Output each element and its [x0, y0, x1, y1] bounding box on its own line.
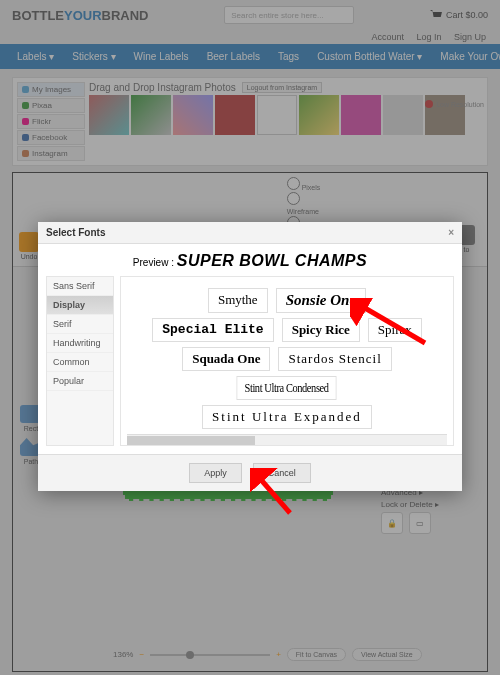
shape-label: Rect [24, 425, 38, 432]
tab-label: Pixaa [32, 101, 52, 110]
low-resolution-badge: Low Resolution [425, 100, 484, 108]
apply-button[interactable]: Apply [189, 463, 242, 483]
photo-thumb[interactable] [257, 95, 297, 135]
search-input[interactable]: Search entire store here... [224, 6, 354, 24]
zoom-slider[interactable] [150, 654, 270, 656]
photo-thumb[interactable] [383, 95, 423, 135]
font-squada-one[interactable]: Squada One [182, 347, 270, 371]
tab-facebook[interactable]: Facebook [17, 130, 85, 145]
logo-part1: BOTTLE [12, 8, 64, 23]
font-category-list: Sans Serif Display Serif Handwriting Com… [46, 276, 114, 446]
source-icon [22, 102, 29, 109]
cat-popular[interactable]: Popular [47, 372, 113, 391]
annotation-arrow-apply [250, 468, 300, 518]
select-fonts-modal: Select Fonts × Preview : SUPER BOWL CHAM… [38, 222, 462, 491]
delete-element-button[interactable]: ▭ [409, 512, 431, 534]
site-logo[interactable]: BOTTLEYOURBRAND [12, 8, 149, 23]
scrollbar-thumb[interactable] [127, 436, 255, 445]
tab-label: Facebook [32, 133, 67, 142]
radio-wireframe[interactable] [287, 192, 300, 205]
account-link[interactable]: Account [371, 32, 404, 42]
cat-handwriting[interactable]: Handwriting [47, 334, 113, 353]
source-icon [22, 118, 29, 125]
photo-thumb[interactable] [131, 95, 171, 135]
photo-thumb[interactable] [173, 95, 213, 135]
source-icon [22, 150, 29, 157]
lock-delete-toggle[interactable]: Lock or Delete ▸ [381, 500, 481, 509]
radio-pixels[interactable] [287, 177, 300, 190]
cart-link[interactable]: Cart $0.00 [430, 10, 488, 20]
source-icon [22, 134, 29, 141]
instagram-panel: My Images Pixaa Flickr Facebook Instagra… [12, 77, 488, 166]
tab-instagram[interactable]: Instagram [17, 146, 85, 161]
cat-display[interactable]: Display [47, 296, 113, 315]
preview-label: Preview : [133, 257, 174, 268]
font-smythe[interactable]: Smythe [208, 288, 268, 313]
view-actual-size-button[interactable]: View Actual Size [352, 648, 422, 661]
login-link[interactable]: Log In [416, 32, 441, 42]
modal-title: Select Fonts [46, 227, 105, 238]
nav-stickers[interactable]: Stickers ▾ [63, 44, 124, 69]
tab-label: Flickr [32, 117, 51, 126]
zoom-out-button[interactable]: − [139, 650, 144, 659]
horizontal-scrollbar[interactable] [127, 434, 447, 446]
photo-strip[interactable] [89, 95, 483, 135]
warning-icon [425, 100, 433, 108]
cart-label: Cart $0.00 [446, 10, 488, 20]
photo-thumb[interactable] [299, 95, 339, 135]
close-button[interactable]: × [448, 227, 454, 238]
lock-icon: 🔒 [387, 519, 397, 528]
svg-line-0 [358, 304, 425, 343]
font-stint-ultra-condensed[interactable]: Stint Ultra Condensed [237, 376, 337, 400]
tab-my-images[interactable]: My Images [17, 82, 85, 97]
nav-beer[interactable]: Beer Labels [198, 44, 269, 69]
photo-thumb[interactable] [341, 95, 381, 135]
main-nav: Labels ▾ Stickers ▾ Wine Labels Beer Lab… [0, 44, 500, 69]
folder-icon [22, 86, 29, 93]
radio-label: Pixels [302, 184, 321, 191]
shape-label: Path [24, 458, 38, 465]
nav-tags[interactable]: Tags [269, 44, 308, 69]
font-spicy-rice[interactable]: Spicy Rice [282, 318, 360, 342]
logo-part3: BRAND [102, 8, 149, 23]
photo-thumb[interactable] [215, 95, 255, 135]
font-stardos-stencil[interactable]: Stardos Stencil [278, 347, 391, 371]
tab-flickr[interactable]: Flickr [17, 114, 85, 129]
zoom-in-button[interactable]: + [276, 650, 281, 659]
nav-water[interactable]: Custom Bottled Water ▾ [308, 44, 431, 69]
svg-line-1 [256, 474, 290, 513]
tab-label: Instagram [32, 149, 68, 158]
tab-pixaa[interactable]: Pixaa [17, 98, 85, 113]
zoom-percent: 136% [113, 650, 133, 659]
nav-labels[interactable]: Labels ▾ [8, 44, 63, 69]
logout-instagram-button[interactable]: Logout from Instagram [242, 82, 322, 93]
preview-text: SUPER BOWL CHAMPS [177, 252, 367, 269]
font-stint-ultra-expanded[interactable]: Stint Ultra Expanded [202, 405, 372, 429]
cat-common[interactable]: Common [47, 353, 113, 372]
cat-sans-serif[interactable]: Sans Serif [47, 277, 113, 296]
radio-label: Wireframe [287, 208, 319, 215]
zoom-handle[interactable] [186, 651, 194, 659]
font-special-elite[interactable]: Special Elite [152, 318, 273, 342]
lock-button[interactable]: 🔒 [381, 512, 403, 534]
logo-part2: YOUR [64, 8, 102, 23]
signup-link[interactable]: Sign Up [454, 32, 486, 42]
nav-wine[interactable]: Wine Labels [125, 44, 198, 69]
cart-icon [430, 10, 442, 20]
instagram-title: Drag and Drop Instagram Photos [89, 82, 236, 93]
nav-make[interactable]: Make Your Own ▾ [431, 44, 500, 69]
cat-serif[interactable]: Serif [47, 315, 113, 334]
low-res-label: Low Resolution [436, 101, 484, 108]
fit-to-canvas-button[interactable]: Fit to Canvas [287, 648, 346, 661]
annotation-arrow-sonsie [350, 298, 430, 348]
search-placeholder: Search entire store here... [231, 11, 324, 20]
photo-thumb[interactable] [89, 95, 129, 135]
trash-icon: ▭ [416, 519, 424, 528]
tab-label: My Images [32, 85, 71, 94]
